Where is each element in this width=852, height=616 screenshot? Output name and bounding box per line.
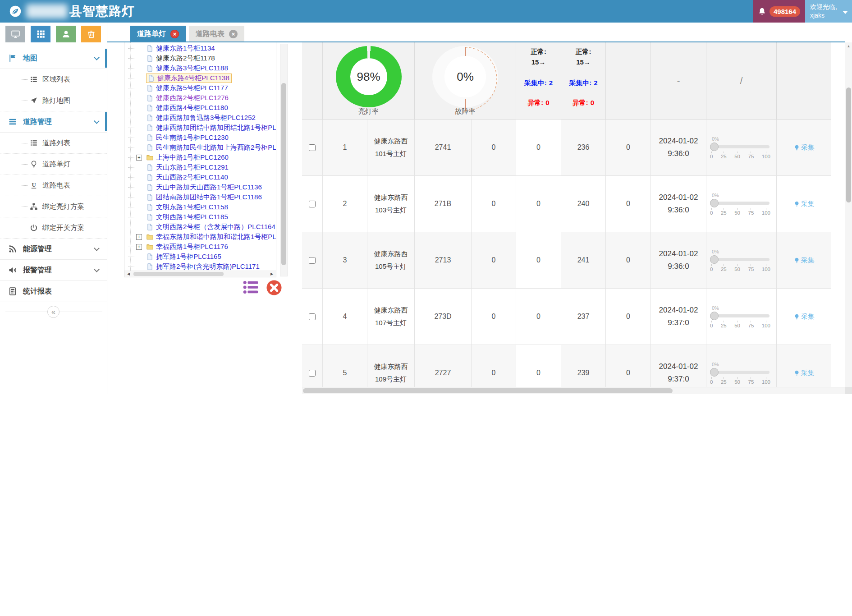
slider-handle[interactable]	[710, 143, 719, 151]
scrollbar-thumb[interactable]	[303, 388, 673, 393]
tree-item[interactable]: 民生南路1号柜PLC1230	[124, 133, 276, 143]
tree-horizontal-scrollbar[interactable]	[124, 271, 276, 277]
tree-item[interactable]: 天山中路加天山西路1号柜PLC1136	[124, 182, 276, 192]
row-checkbox[interactable]	[309, 257, 316, 264]
main-vertical-scrollbar[interactable]	[845, 42, 852, 387]
scroll-right-arrow-icon[interactable]	[269, 271, 275, 277]
tree-expander-icon[interactable]: +	[136, 244, 142, 250]
chevron-down-icon	[94, 245, 100, 251]
tree-item-label: 民生南路加民生北路加上海西路2号柜PLC	[156, 143, 276, 152]
tree-item-label: 健康东路1号柜1134	[156, 44, 215, 53]
sidebar-item-lamp-map[interactable]: 路灯地图	[0, 90, 107, 111]
sidebar-group-label: 统计报表	[23, 287, 99, 296]
tree-item[interactable]: +幸福东路加和谐中路加和谐北路1号柜PLC	[124, 232, 276, 242]
cell-value: 0	[606, 176, 651, 232]
tree-expander-icon[interactable]: +	[136, 155, 142, 161]
cell-device-id: 2741	[415, 120, 472, 175]
sidebar-collapse-button[interactable]	[47, 306, 60, 318]
toolbar-button-user[interactable]	[56, 26, 76, 42]
tree-item[interactable]: 文明西路2号柜（含发展中路）PLC1164	[124, 222, 276, 232]
tree-vertical-scrollbar[interactable]	[280, 44, 288, 276]
collect-link[interactable]: 采集	[793, 369, 815, 377]
sidebar-item-road-list[interactable]: 道路列表	[0, 133, 107, 154]
slider-handle[interactable]	[710, 312, 719, 320]
sidebar-group-alarm[interactable]: 报警管理	[0, 260, 107, 281]
tree-item[interactable]: 天山西路2号柜PLC1140	[124, 172, 276, 182]
sidebar-group-road[interactable]: 道路管理	[0, 111, 107, 133]
slider-track[interactable]	[711, 371, 770, 374]
tree-item[interactable]: 民生南路加民生北路加上海西路2号柜PLC	[124, 143, 276, 152]
bulb-icon	[30, 160, 38, 168]
tree-item[interactable]: +幸福西路1号柜PLC1176	[124, 242, 276, 252]
sidebar-toolbar	[5, 26, 101, 42]
tab-road-meter[interactable]: 道路电表	[189, 26, 244, 42]
sidebar-item-road-lamp[interactable]: 道路单灯	[0, 154, 107, 175]
folder-icon	[146, 154, 154, 161]
tree-item[interactable]: 健康东路5号柜PLC1177	[124, 83, 276, 93]
tree-item[interactable]: 健康东路2号柜1178	[124, 53, 276, 63]
toolbar-button-monitor[interactable]	[5, 26, 25, 42]
slider-track[interactable]	[711, 202, 770, 205]
sidebar-group-map[interactable]: 地图	[0, 48, 107, 69]
collect-link[interactable]: 采集	[793, 200, 815, 208]
tree-item[interactable]: 健康西路4号柜PLC1180	[124, 103, 276, 113]
row-checkbox[interactable]	[309, 144, 316, 151]
row-checkbox[interactable]	[309, 201, 316, 207]
tab-close-icon[interactable]	[229, 30, 238, 38]
scrollbar-thumb[interactable]	[846, 87, 851, 202]
sidebar-item-road-meter[interactable]: U道路电表	[0, 175, 107, 196]
tree-item[interactable]: 团结南路加团结中路1号柜PLC1186	[124, 192, 276, 202]
table-row: 3健康东路西105号主灯27130024102024-01-029:36:00%…	[302, 232, 831, 289]
summary-slash-cell: /	[706, 42, 777, 119]
user-menu[interactable]: 欢迎光临, xjaks	[805, 0, 852, 23]
collect-link[interactable]: 采集	[793, 313, 815, 321]
tree-item[interactable]: 拥军路1号柜PLC1165	[124, 252, 276, 262]
tree-item[interactable]: 健康东路3号柜PLC1188	[124, 63, 276, 73]
tab-road-single-light[interactable]: 道路单灯	[130, 26, 186, 42]
sidebar: 地图区域列表路灯地图道路管理道路列表道路单灯U道路电表绑定亮灯方案绑定开关方案能…	[0, 23, 107, 394]
svg-text:U: U	[32, 182, 36, 188]
status-abnormal: 异常:0	[527, 99, 549, 107]
main-horizontal-scrollbar[interactable]	[302, 387, 845, 394]
sidebar-item-area-list[interactable]: 区域列表	[0, 69, 107, 90]
slider-track[interactable]	[711, 314, 770, 317]
tree-item[interactable]: 健康西路加鲁迅路3号柜PLC1252	[124, 113, 276, 123]
tab-close-icon[interactable]	[170, 30, 179, 38]
file-icon	[146, 253, 154, 261]
tree-item[interactable]: +上海中路1号柜PLC1260	[124, 152, 276, 162]
tree-list-button[interactable]	[243, 280, 259, 296]
toolbar-button-trash[interactable]	[81, 26, 101, 42]
row-checkbox[interactable]	[309, 370, 316, 377]
sidebar-item-bind-switch-plan[interactable]: 绑定开关方案	[0, 217, 107, 239]
scroll-left-arrow-icon[interactable]	[125, 271, 132, 277]
collect-link[interactable]: 采集	[793, 256, 815, 265]
toolbar-button-grid[interactable]	[31, 26, 50, 42]
sidebar-group-energy[interactable]: 能源管理	[0, 239, 107, 260]
tree-item[interactable]: 健康东路4号柜PLC1138	[124, 73, 276, 83]
tree-expander-icon[interactable]: +	[136, 234, 142, 240]
tree-item[interactable]: 健康西路加团结中路加团结北路1号柜PLC	[124, 123, 276, 133]
row-checkbox[interactable]	[309, 313, 316, 320]
sidebar-group-report[interactable]: 统计报表	[0, 281, 107, 302]
tree-item[interactable]: 天山东路1号柜PLC1291	[124, 162, 276, 172]
tree-item[interactable]: 拥军路2号柜(含光明东路)PLC1171	[124, 262, 276, 271]
slider-track[interactable]	[711, 145, 770, 148]
scrollbar-thumb[interactable]	[133, 272, 224, 276]
scrollbar-thumb[interactable]	[281, 83, 286, 265]
tree-item[interactable]: 文明东路1号柜PLC1158	[124, 202, 276, 212]
sidebar-item-bind-light-plan[interactable]: 绑定亮灯方案	[0, 196, 107, 217]
slider-handle[interactable]	[710, 199, 719, 207]
notifications-button[interactable]: 498164	[753, 0, 805, 23]
slider-handle[interactable]	[710, 255, 719, 264]
scroll-up-arrow-icon[interactable]	[845, 43, 852, 49]
collect-link[interactable]: 采集	[793, 143, 815, 152]
tree-item[interactable]: 文明西路1号柜PLC1185	[124, 212, 276, 222]
slider-track[interactable]	[711, 258, 770, 261]
tree-item[interactable]: 健康西路2号柜PLC1276	[124, 93, 276, 103]
tree-item[interactable]: 健康东路1号柜1134	[124, 43, 276, 53]
status-collecting: 采集中:2	[524, 79, 553, 87]
device-tree-panel: 健康东路1号柜1134健康东路2号柜1178健康东路3号柜PLC1188健康东路…	[124, 42, 276, 277]
slider-handle[interactable]	[710, 368, 719, 377]
tree-item-label: 幸福东路加和谐中路加和谐北路1号柜PLC	[156, 233, 276, 241]
tree-close-button[interactable]	[266, 280, 282, 296]
